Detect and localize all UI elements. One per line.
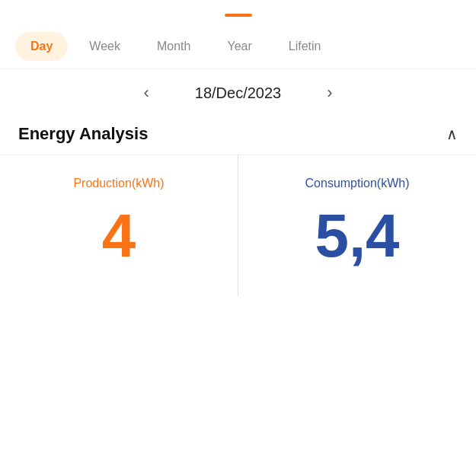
production-value: 4 [102,206,136,266]
energy-panel: Production(kWh) 4 Consumption(kWh) 5,4 [0,155,476,297]
consumption-value: 5,4 [315,206,399,266]
collapse-button[interactable]: ∧ [446,125,458,143]
tab-week[interactable]: Week [74,32,136,61]
section-header: Energy Analysis ∧ [0,116,476,155]
tab-lifetime[interactable]: Lifetin [273,32,337,61]
tab-year[interactable]: Year [212,32,267,61]
next-date-button[interactable]: › [327,83,332,103]
prev-date-button[interactable]: ‹ [143,83,149,103]
section-title: Energy Analysis [18,124,148,144]
date-nav: ‹ 18/Dec/2023 › [0,69,476,116]
consumption-col: Consumption(kWh) 5,4 [238,155,476,297]
consumption-label: Consumption(kWh) [305,177,410,190]
production-label: Production(kWh) [73,177,164,190]
tab-month[interactable]: Month [142,32,206,61]
tab-day[interactable]: Day [15,32,68,61]
top-bar [0,0,476,24]
top-indicator [225,14,252,17]
current-date: 18/Dec/2023 [195,85,281,102]
tab-bar: Day Week Month Year Lifetin [0,24,476,69]
production-col: Production(kWh) 4 [0,155,238,297]
